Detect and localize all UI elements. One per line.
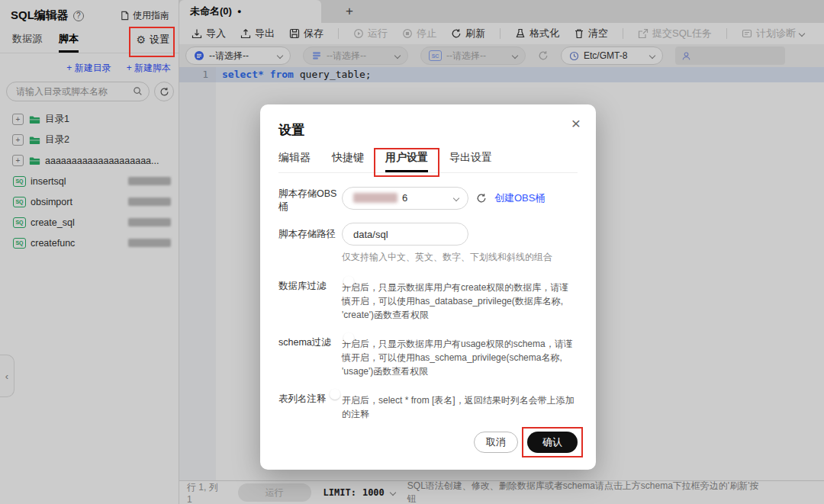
close-icon[interactable]: ×: [571, 115, 581, 131]
db-filter-description: 开启后，只显示数据库用户有create权限的数据库，请谨慎开启，可以使用has_…: [342, 281, 578, 322]
cancel-button[interactable]: 取消: [474, 432, 518, 453]
tab-editor-settings[interactable]: 编辑器: [278, 151, 311, 172]
tab-shortcuts[interactable]: 快捷键: [332, 151, 364, 172]
obs-bucket-row: 脚本存储OBS桶 6 创建OBS桶: [278, 182, 578, 213]
obs-bucket-label: 脚本存储OBS桶: [278, 182, 342, 213]
schema-filter-description: 开启后，只显示数据库用户有usage权限的schema，请谨慎开启，可以使用ha…: [342, 337, 578, 378]
modal-footer: 取消 确认: [278, 432, 578, 453]
db-filter-row: 数据库过滤 开启后，只显示数据库用户有create权限的数据库，请谨慎开启，可以…: [278, 274, 578, 322]
redacted-bucket-name: [353, 193, 398, 203]
script-path-input[interactable]: [342, 223, 468, 246]
schema-filter-row: schema过滤 开启后，只显示数据库用户有usage权限的schema，请谨慎…: [278, 331, 578, 378]
obs-bucket-select[interactable]: 6: [342, 187, 468, 210]
settings-form: 脚本存储OBS桶 6 创建OBS桶 脚本存储路径 仅支持输入中文、英文、数字、下…: [278, 182, 578, 421]
column-comment-description: 开启后，select * from [表名]，返回结果时列名会带上添加的注释: [342, 393, 578, 421]
create-obs-link[interactable]: 创建OBS桶: [494, 191, 545, 205]
tab-export-settings[interactable]: 导出设置: [449, 151, 492, 172]
script-path-label: 脚本存储路径: [278, 223, 342, 264]
modal-tabs: 编辑器 快捷键 用户设置 导出设置: [278, 151, 578, 173]
modal-title: 设置: [278, 121, 578, 139]
settings-modal: × 设置 编辑器 快捷键 用户设置 导出设置 脚本存储OBS桶 6 创建OBS桶…: [260, 104, 596, 470]
obs-refresh-button[interactable]: [476, 193, 487, 204]
chevron-down-icon: [453, 194, 459, 201]
script-path-hint: 仅支持输入中文、英文、数字、下划线和斜线的组合: [342, 251, 578, 264]
schema-filter-label: schema过滤: [278, 331, 342, 378]
confirm-button[interactable]: 确认: [527, 432, 578, 453]
db-filter-label: 数据库过滤: [278, 274, 342, 322]
script-path-row: 脚本存储路径 仅支持输入中文、英文、数字、下划线和斜线的组合: [278, 223, 578, 264]
tab-user-settings[interactable]: 用户设置: [385, 151, 428, 172]
obs-bucket-suffix: 6: [402, 192, 407, 204]
column-comment-row: 表列名注释 开启后，select * from [表名]，返回结果时列名会带上添…: [278, 387, 578, 421]
